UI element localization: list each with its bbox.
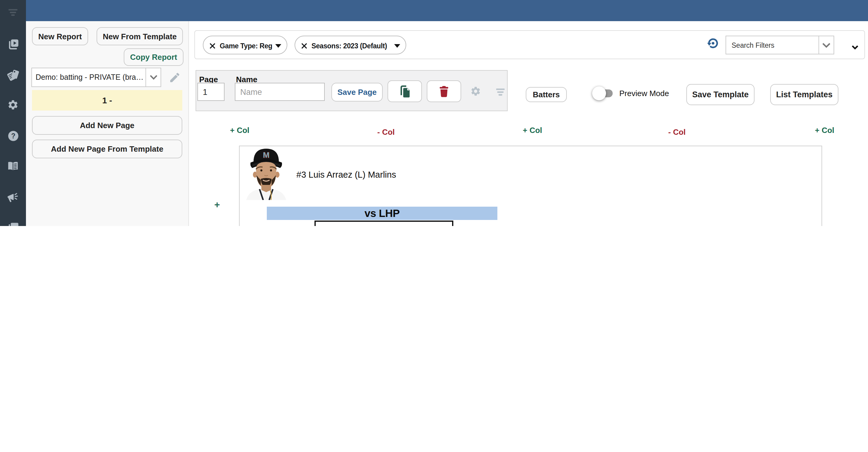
svg-text:?: ? (11, 132, 15, 140)
svg-text:M: M (263, 150, 270, 160)
